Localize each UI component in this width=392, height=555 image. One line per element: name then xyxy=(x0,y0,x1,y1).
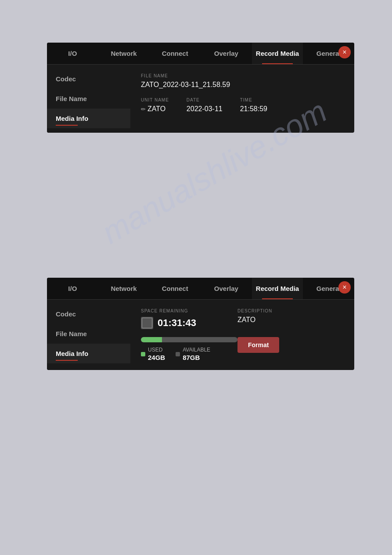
tab-record-media-1[interactable]: Record Media xyxy=(252,43,303,64)
progress-bar-used xyxy=(141,337,162,342)
time-label: TIME xyxy=(240,98,267,102)
storage-progress-bar xyxy=(141,337,237,342)
file-name-label: FILE NAME xyxy=(141,73,344,78)
tab-connect-2[interactable]: Connect xyxy=(149,278,201,299)
date-label: DATE xyxy=(187,98,223,102)
edit-icon: ✏ xyxy=(141,106,146,112)
format-button[interactable]: Format xyxy=(237,337,279,353)
panel-1-body: Codec File Name Media Info FILE NAME ZAT… xyxy=(47,65,354,133)
used-value: 24GB xyxy=(148,354,165,361)
side-nav-2: Codec File Name Media Info xyxy=(47,300,130,370)
tab-network-2[interactable]: Network xyxy=(98,278,150,299)
tab-bar-1: I/O Network Connect Overlay Record Media… xyxy=(47,43,354,65)
space-remaining-value: 01:31:43 xyxy=(141,317,237,329)
panel-1: I/O Network Connect Overlay Record Media… xyxy=(47,43,354,133)
file-name-value: ZATO_2022-03-11_21.58.59 xyxy=(141,81,344,89)
available-dot xyxy=(176,352,180,356)
tab-io-2[interactable]: I/O xyxy=(47,278,98,299)
sidenav-codec-2[interactable]: Codec xyxy=(47,304,130,324)
tab-network-1[interactable]: Network xyxy=(98,43,150,64)
available-value: 87GB xyxy=(183,354,210,361)
used-dot xyxy=(141,352,145,356)
tab-bar-2: I/O Network Connect Overlay Record Media… xyxy=(47,278,354,300)
legend-used: USED 24GB xyxy=(141,347,165,361)
tab-overlay-2[interactable]: Overlay xyxy=(201,278,252,299)
tab-overlay-1[interactable]: Overlay xyxy=(201,43,252,64)
media-left: SPACE REMAINING 01:31:43 USED 24GB xyxy=(141,308,237,361)
unit-name-value: ✏ZATO xyxy=(141,105,169,113)
description-value: ZATO xyxy=(237,316,279,324)
close-button-2[interactable]: × xyxy=(338,281,351,294)
media-right: DESCRIPTION ZATO Format xyxy=(237,308,279,361)
panel-1-content: FILE NAME ZATO_2022-03-11_21.58.59 UNIT … xyxy=(130,65,354,133)
sd-card-icon xyxy=(141,317,153,329)
sidenav-filename-1[interactable]: File Name xyxy=(47,89,130,109)
unit-name-label: UNIT NAME xyxy=(141,98,169,102)
fields-row: UNIT NAME ✏ZATO DATE 2022-03-11 TIME 21:… xyxy=(141,98,344,122)
close-button-1[interactable]: × xyxy=(338,46,351,58)
sidenav-filename-2[interactable]: File Name xyxy=(47,324,130,344)
panel-2-body: Codec File Name Media Info SPACE REMAINI… xyxy=(47,300,354,370)
legend-available: AVAILABLE 87GB xyxy=(176,347,210,361)
panel-2-content: SPACE REMAINING 01:31:43 USED 24GB xyxy=(130,300,290,370)
panel-2: I/O Network Connect Overlay Record Media… xyxy=(47,278,354,370)
tab-connect-1[interactable]: Connect xyxy=(149,43,201,64)
tab-record-media-2[interactable]: Record Media xyxy=(252,278,303,299)
time-value: 21:58:59 xyxy=(240,105,267,113)
sidenav-mediainfo-2[interactable]: Media Info xyxy=(47,344,130,363)
used-label: USED xyxy=(148,347,165,353)
side-nav-1: Codec File Name Media Info xyxy=(47,65,130,133)
sidenav-mediainfo-1[interactable]: Media Info xyxy=(47,109,130,128)
sidenav-codec-1[interactable]: Codec xyxy=(47,69,130,89)
space-remaining-label: SPACE REMAINING xyxy=(141,308,237,313)
available-label: AVAILABLE xyxy=(183,347,210,353)
description-label: DESCRIPTION xyxy=(237,308,279,313)
storage-legend: USED 24GB AVAILABLE 87GB xyxy=(141,347,237,361)
date-value: 2022-03-11 xyxy=(187,105,223,113)
tab-io-1[interactable]: I/O xyxy=(47,43,98,64)
